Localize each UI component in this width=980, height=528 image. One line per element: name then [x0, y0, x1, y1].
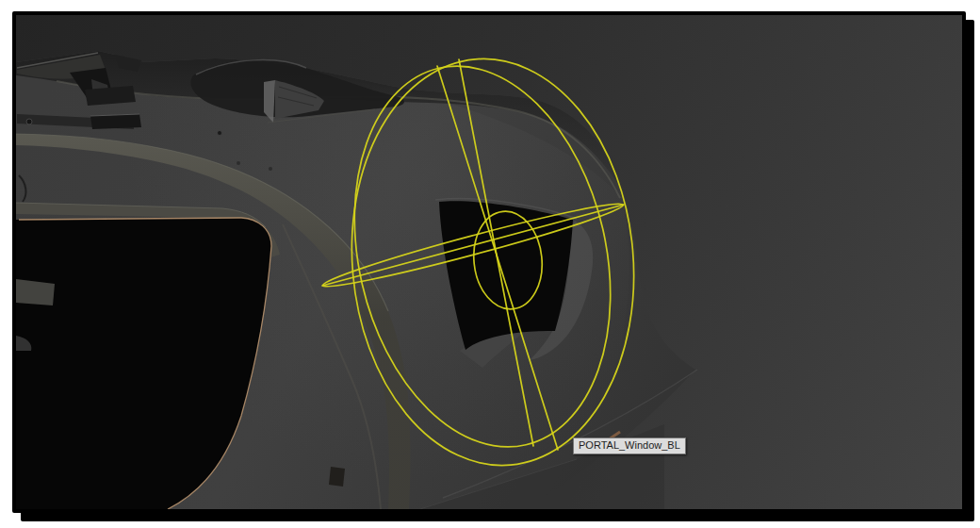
rivet-icon [218, 131, 222, 136]
viewport-canvas[interactable] [16, 15, 962, 509]
object-name-tooltip: PORTAL_Window_BL [573, 437, 686, 454]
object-name-text: PORTAL_Window_BL [579, 439, 680, 451]
rivet-icon [269, 167, 272, 171]
rivet-icon [26, 119, 32, 124]
viewport-window [12, 11, 966, 513]
rivet-icon [237, 161, 240, 165]
page-background: PORTAL_Window_BL [0, 0, 980, 528]
